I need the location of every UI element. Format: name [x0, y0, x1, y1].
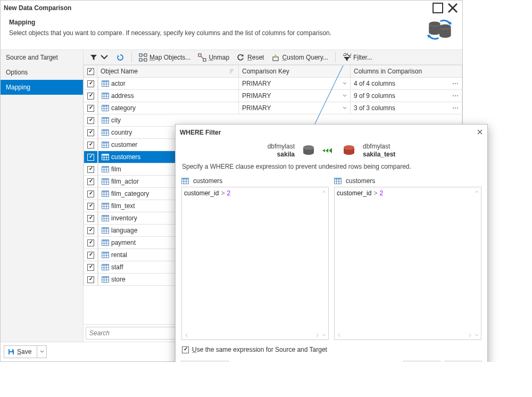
row-checkbox[interactable]: [84, 188, 98, 200]
map-objects-button[interactable]: Map Objects...: [136, 52, 193, 63]
where-filter-dialog: WHERE Filter dbfmylast sakila dbfmylast …: [175, 124, 488, 362]
page-subtitle: Mapping: [9, 19, 331, 26]
comparison-key-cell[interactable]: PRIMARY: [239, 102, 351, 114]
compare-databases-icon: [425, 19, 454, 42]
save-split-button[interactable]: Save: [4, 345, 47, 358]
row-checkbox[interactable]: [84, 139, 98, 151]
sort-icon: [229, 69, 235, 74]
comparison-key-cell[interactable]: PRIMARY: [239, 90, 351, 102]
sidebar: Source and TargetOptionsMapping: [1, 50, 84, 342]
svg-point-98: [303, 145, 314, 150]
svg-text:SQL: SQL: [343, 53, 351, 57]
svg-rect-5: [139, 59, 142, 61]
cancel-button[interactable]: Cancel: [445, 361, 482, 362]
svg-rect-3: [139, 54, 142, 56]
unmap-label: Unmap: [209, 54, 229, 61]
row-checkbox[interactable]: [84, 151, 98, 163]
table-icon: [334, 178, 342, 184]
save-icon: [7, 348, 15, 355]
custom-query-icon: [271, 53, 280, 62]
same-expression-label: Use the same expression for Source and T…: [192, 346, 327, 353]
map-objects-label: Map Objects...: [149, 54, 190, 61]
svg-rect-57: [102, 191, 109, 193]
row-checkbox[interactable]: [84, 237, 98, 249]
object-name-cell: actor: [98, 78, 239, 90]
comparison-key-cell[interactable]: PRIMARY: [239, 78, 351, 90]
source-expression-editor[interactable]: customer_id>2: [181, 187, 329, 340]
row-checkbox[interactable]: [84, 90, 98, 102]
custom-query-label: Custom Query...: [282, 54, 328, 61]
sql-filter-icon: SQL: [343, 53, 351, 62]
svg-rect-7: [198, 54, 201, 56]
svg-rect-17: [102, 93, 109, 95]
row-checkbox[interactable]: [84, 114, 98, 127]
svg-rect-32: [102, 130, 109, 131]
main-toolbar: Map Objects... Unmap Reset Custom Query.…: [84, 50, 462, 65]
source-database: sakila: [277, 151, 295, 159]
svg-rect-87: [102, 264, 109, 266]
save-dropdown[interactable]: [37, 346, 46, 358]
row-checkbox[interactable]: [84, 176, 98, 188]
svg-rect-42: [102, 154, 109, 156]
sidebar-item-options[interactable]: Options: [1, 65, 83, 80]
target-database: sakila_test: [363, 151, 395, 159]
refresh-button[interactable]: [113, 52, 127, 63]
same-expression-checkbox[interactable]: [182, 346, 189, 353]
row-checkbox[interactable]: [84, 127, 98, 139]
titlebar: New Data Comparison: [1, 1, 462, 15]
svg-rect-37: [102, 142, 109, 144]
maximize-button[interactable]: [431, 2, 444, 14]
row-checkbox[interactable]: [84, 225, 98, 237]
custom-query-button[interactable]: Custom Query...: [269, 52, 330, 63]
header-check-all[interactable]: [84, 65, 97, 78]
left-panel-title: customers: [193, 177, 222, 185]
row-checkbox[interactable]: [84, 274, 98, 286]
svg-rect-101: [182, 178, 189, 180]
row-checkbox[interactable]: [84, 249, 98, 261]
row-checkbox[interactable]: [84, 212, 98, 225]
svg-point-99: [344, 145, 354, 150]
maximize-icon: [431, 2, 444, 14]
svg-rect-82: [102, 252, 109, 254]
sidebar-item-mapping[interactable]: Mapping: [1, 80, 83, 95]
row-checkbox[interactable]: [84, 200, 98, 212]
arrow-right-icon: [322, 147, 335, 154]
table-row[interactable]: actorPRIMARY4 of 4 columns⋯: [84, 78, 462, 90]
object-name-cell: address: [98, 90, 239, 102]
svg-rect-4: [144, 54, 147, 56]
dialog-close-button[interactable]: [477, 129, 483, 137]
svg-rect-97: [10, 352, 13, 354]
svg-rect-77: [102, 240, 109, 242]
funnel-icon: [89, 53, 98, 62]
header-object-name[interactable]: Object Name: [97, 65, 239, 78]
validate-button[interactable]: Validate: [181, 361, 229, 362]
table-row[interactable]: addressPRIMARY9 of 9 columns⋯: [84, 90, 462, 102]
ok-button[interactable]: OK: [403, 361, 440, 362]
map-icon: [139, 53, 147, 62]
reset-button[interactable]: Reset: [234, 52, 267, 63]
row-checkbox[interactable]: [84, 261, 98, 274]
columns-cell[interactable]: 3 of 3 columns⋯: [351, 102, 462, 114]
filter-dropdown[interactable]: [87, 52, 111, 63]
table-row[interactable]: categoryPRIMARY3 of 3 columns⋯: [84, 102, 462, 114]
header-columns[interactable]: Columns in Comparison: [351, 65, 462, 78]
row-checkbox[interactable]: [84, 102, 98, 114]
row-checkbox[interactable]: [84, 78, 98, 90]
close-icon: [477, 129, 483, 135]
where-filter-button[interactable]: SQL Filter...: [340, 52, 375, 63]
unmap-button[interactable]: Unmap: [195, 52, 232, 63]
save-label: Save: [17, 348, 31, 355]
svg-rect-9: [273, 57, 278, 61]
close-button[interactable]: [446, 2, 459, 14]
svg-rect-8: [203, 59, 206, 61]
sidebar-item-source-and-target[interactable]: Source and Target: [1, 50, 83, 65]
svg-rect-27: [102, 118, 109, 119]
svg-rect-106: [335, 178, 342, 180]
object-name-cell: category: [98, 102, 239, 114]
header-comparison-key[interactable]: Comparison Key: [239, 65, 351, 78]
svg-rect-6: [144, 59, 147, 61]
target-expression-editor[interactable]: customer_id>2: [334, 187, 481, 340]
row-checkbox[interactable]: [84, 163, 98, 176]
columns-cell[interactable]: 4 of 4 columns⋯: [351, 78, 462, 90]
columns-cell[interactable]: 9 of 9 columns⋯: [351, 90, 462, 102]
